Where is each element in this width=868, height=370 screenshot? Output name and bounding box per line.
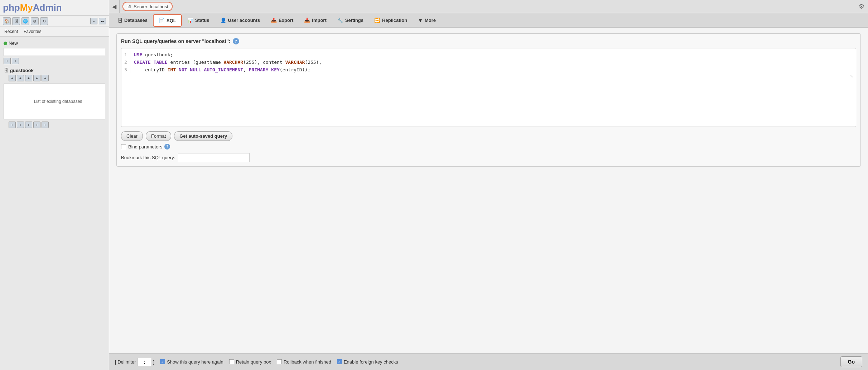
db-ctrl-btn-10[interactable]: +	[42, 122, 49, 128]
logo-admin: Admin	[33, 2, 62, 13]
delimiter-group: [ Delimiter ]	[115, 358, 154, 366]
expand-btn-2[interactable]: +	[12, 58, 19, 64]
tab-user-accounts-label: User accounts	[228, 18, 260, 23]
tab-export-label: Export	[279, 18, 293, 23]
import-icon: 📥	[304, 18, 310, 23]
tab-export[interactable]: 📤 Export	[265, 14, 299, 26]
bind-params-help-icon[interactable]: ?	[164, 144, 170, 150]
db-icon-btn[interactable]: 🗄	[12, 17, 20, 25]
expand-btn-1[interactable]: +	[4, 58, 11, 64]
logo: phpMyAdmin	[3, 2, 62, 13]
db-ctrl-btn-8[interactable]: +	[25, 122, 32, 128]
sql-panel: Run SQL query/queries on server "localho…	[116, 33, 861, 167]
sidebar-icons-row: 🏠 🗄 🌐 ⚙ ↻ − ⇔	[0, 16, 109, 27]
option-rollback: Rollback when finished	[277, 359, 331, 365]
sql-panel-title-text: Run SQL query/queries on server "localho…	[121, 38, 231, 44]
sidebar-db-placeholder: List of existing databases	[4, 84, 105, 119]
tab-settings[interactable]: 🔧 Settings	[332, 14, 369, 26]
top-right: ⚙	[859, 3, 868, 10]
user-accounts-icon: 👤	[220, 18, 226, 23]
logo-php: php	[3, 2, 20, 13]
tab-status[interactable]: 📊 Status	[182, 14, 215, 26]
sidebar-db-guestbook-controls-2: + + + + +	[1, 121, 107, 129]
settings-gear-icon[interactable]: ⚙	[859, 3, 864, 10]
gear-icon-btn[interactable]: ⚙	[31, 17, 39, 25]
db-ctrl-btn-9[interactable]: +	[33, 122, 40, 128]
home-icon-btn[interactable]: 🏠	[3, 17, 11, 25]
arrow-icon-btn[interactable]: ↻	[40, 17, 48, 25]
bottom-bar: [ Delimiter ] ✓ Show this query here aga…	[109, 353, 868, 370]
tab-replication[interactable]: 🔁 Replication	[369, 14, 413, 26]
tab-import[interactable]: 📥 Import	[299, 14, 332, 26]
server-icon: 🖥	[127, 4, 132, 9]
link-btn[interactable]: ⇔	[99, 18, 106, 24]
sql-panel-title: Run SQL query/queries on server "localho…	[121, 38, 856, 44]
main-area: ◀ 🖥 Server: localhost ⚙ 🗄 Databases 📄 SQ…	[109, 0, 868, 370]
bookmark-input[interactable]	[178, 153, 250, 162]
sidebar-content: New + + 🗄 guestbook + + + + + List of ex…	[0, 37, 109, 370]
sql-buttons: Clear Format Get auto-saved query	[121, 131, 856, 141]
new-input-placeholder[interactable]	[4, 48, 105, 56]
foreign-key-label: Enable foreign key checks	[344, 359, 398, 365]
collapse-btn[interactable]: −	[90, 18, 97, 24]
status-icon: 📊	[187, 18, 193, 23]
get-auto-saved-button[interactable]: Get auto-saved query	[174, 131, 232, 141]
delimiter-prefix: [ Delimiter	[115, 359, 136, 365]
option-show-query: ✓ Show this query here again	[160, 359, 223, 365]
format-button[interactable]: Format	[146, 131, 171, 141]
globe-icon-btn[interactable]: 🌐	[21, 17, 29, 25]
top-bar: ◀ 🖥 Server: localhost ⚙	[109, 0, 868, 13]
retain-query-checkbox[interactable]	[229, 359, 234, 364]
sql-editor[interactable]: 1 2 3 USE guestbook; CREATE TABLE entrie…	[121, 48, 856, 127]
settings-icon: 🔧	[337, 18, 343, 23]
nav-tabs: 🗄 Databases 📄 SQL 📊 Status 👤 User accoun…	[109, 13, 868, 28]
tab-databases[interactable]: 🗄 Databases	[112, 14, 153, 26]
tab-recent[interactable]: Recent	[3, 28, 19, 35]
sidebar-new-item[interactable]: New	[1, 39, 107, 47]
tab-status-label: Status	[195, 18, 209, 23]
help-icon[interactable]: ?	[233, 38, 239, 44]
tab-sql[interactable]: 📄 SQL	[153, 14, 182, 27]
db-expand-btn-2[interactable]: +	[17, 75, 24, 81]
tab-more[interactable]: ▼ More	[413, 14, 441, 26]
tab-replication-label: Replication	[382, 18, 407, 23]
databases-icon: 🗄	[117, 18, 122, 23]
bind-params-checkbox[interactable]	[121, 144, 126, 149]
db-expand-btn-3[interactable]: +	[25, 75, 32, 81]
tab-user-accounts[interactable]: 👤 User accounts	[215, 14, 266, 26]
go-button[interactable]: Go	[840, 356, 862, 367]
logo-my: My	[20, 2, 33, 13]
option-foreign-key: ✓ Enable foreign key checks	[337, 359, 398, 365]
delimiter-suffix: ]	[153, 359, 155, 365]
tab-import-label: Import	[312, 18, 326, 23]
db-expand-btn-4[interactable]: +	[33, 75, 40, 81]
sidebar-db-guestbook-label: guestbook	[10, 68, 34, 73]
rollback-label: Rollback when finished	[284, 359, 331, 365]
more-arrow-icon: ▼	[418, 18, 423, 23]
show-query-label: Show this query here again	[167, 359, 223, 365]
db-ctrl-btn-7[interactable]: +	[17, 122, 24, 128]
sidebar: phpMyAdmin 🏠 🗄 🌐 ⚙ ↻ − ⇔ Recent Favorite…	[0, 0, 109, 370]
resize-handle[interactable]: ⤡	[124, 73, 853, 78]
sidebar-db-guestbook-header[interactable]: 🗄 guestbook	[1, 66, 107, 74]
rollback-checkbox[interactable]	[277, 359, 282, 364]
bookmark-row: Bookmark this SQL query:	[121, 153, 856, 162]
option-retain-query: Retain query box	[229, 359, 271, 365]
clear-button[interactable]: Clear	[121, 131, 143, 141]
sidebar-db-guestbook: 🗄 guestbook + + + + + List of existing d…	[1, 66, 107, 129]
sidebar-db-guestbook-controls: + + + + +	[1, 74, 107, 82]
delimiter-input[interactable]	[138, 358, 152, 366]
tab-more-label: More	[425, 18, 436, 23]
db-expand-btn-5[interactable]: +	[42, 75, 49, 81]
sidebar-header: phpMyAdmin	[0, 0, 109, 16]
db-expand-btn-1[interactable]: +	[9, 75, 16, 81]
sidebar-new-label: New	[9, 41, 18, 46]
tab-favorites[interactable]: Favorites	[22, 28, 43, 35]
sidebar-top-controls: + +	[1, 57, 107, 65]
show-query-checkbox[interactable]: ✓	[160, 359, 165, 364]
back-button[interactable]: ◀	[109, 0, 120, 13]
server-label-text: Server: localhost	[134, 4, 168, 9]
db-ctrl-btn-6[interactable]: +	[9, 122, 16, 128]
foreign-key-checkbox[interactable]: ✓	[337, 359, 342, 364]
sidebar-tabs: Recent Favorites	[0, 27, 109, 37]
